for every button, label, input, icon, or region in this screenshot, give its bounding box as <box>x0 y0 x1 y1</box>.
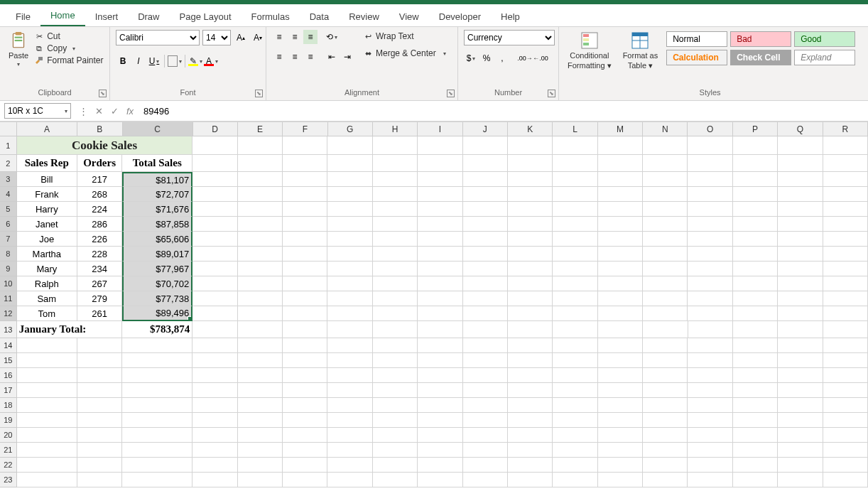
cell-D8[interactable] <box>192 247 237 262</box>
cell-C18[interactable] <box>122 398 192 413</box>
cell-J19[interactable] <box>463 413 508 428</box>
decrease-font-button[interactable]: A▾ <box>251 31 265 45</box>
cell-R10[interactable] <box>823 276 868 291</box>
cell-N14[interactable] <box>643 338 688 353</box>
cell-L7[interactable] <box>553 232 597 247</box>
cell-O18[interactable] <box>688 398 732 413</box>
cell-K21[interactable] <box>508 443 553 458</box>
cell-H15[interactable] <box>373 353 418 368</box>
confirm-formula-button[interactable]: ✓ <box>107 103 122 119</box>
cell-C16[interactable] <box>122 368 192 383</box>
cell-A9[interactable]: Mary <box>17 262 77 276</box>
cell-M12[interactable] <box>598 306 643 321</box>
cell-O16[interactable] <box>688 368 732 383</box>
cell-E12[interactable] <box>238 306 283 321</box>
column-header-C[interactable]: C <box>123 122 193 136</box>
cell-F20[interactable] <box>283 428 327 443</box>
cell-Q4[interactable] <box>778 187 823 202</box>
cell-M9[interactable] <box>598 262 643 276</box>
cell-A14[interactable] <box>17 338 77 353</box>
cell-I22[interactable] <box>418 458 462 473</box>
cell-M15[interactable] <box>598 353 643 368</box>
cell-N13[interactable] <box>643 321 688 338</box>
cell-J21[interactable] <box>463 443 508 458</box>
cell-M10[interactable] <box>598 276 643 291</box>
cell-J1[interactable] <box>463 136 508 155</box>
cell-R6[interactable] <box>823 217 868 232</box>
percent-format-button[interactable]: % <box>479 51 494 65</box>
cell-H23[interactable] <box>373 473 418 487</box>
cell-P12[interactable] <box>733 306 778 321</box>
formula-input[interactable] <box>138 103 868 119</box>
row-header-19[interactable]: 19 <box>0 413 17 428</box>
cell-P16[interactable] <box>733 368 778 383</box>
cell-H2[interactable] <box>373 155 418 172</box>
cell-J7[interactable] <box>463 232 508 247</box>
cell-H22[interactable] <box>373 458 418 473</box>
cell-P8[interactable] <box>733 247 778 262</box>
cell-G6[interactable] <box>327 217 372 232</box>
increase-font-button[interactable]: A▴ <box>234 31 248 45</box>
cell-B8[interactable]: 228 <box>77 247 122 262</box>
cell-F2[interactable] <box>283 155 327 172</box>
cell-A13[interactable]: January Total: <box>17 321 122 338</box>
cell-F7[interactable] <box>283 232 327 247</box>
row-header-2[interactable]: 2 <box>0 155 17 172</box>
cell-F3[interactable] <box>283 172 327 187</box>
cell-Q7[interactable] <box>778 232 823 247</box>
cell-G7[interactable] <box>327 232 372 247</box>
cell-K6[interactable] <box>508 217 553 232</box>
column-header-N[interactable]: N <box>643 122 688 136</box>
cell-M22[interactable] <box>598 458 643 473</box>
cell-Q12[interactable] <box>778 306 823 321</box>
align-top-button[interactable]: ≡ <box>272 30 286 44</box>
cell-D15[interactable] <box>192 353 237 368</box>
cell-N3[interactable] <box>643 172 688 187</box>
cell-P21[interactable] <box>733 443 778 458</box>
cell-B4[interactable]: 268 <box>77 187 122 202</box>
fill-color-button[interactable]: ✎ <box>188 54 202 68</box>
row-header-22[interactable]: 22 <box>0 458 17 473</box>
cell-I12[interactable] <box>418 306 462 321</box>
cell-R13[interactable] <box>823 321 868 338</box>
cell-D2[interactable] <box>192 155 237 172</box>
cell-B19[interactable] <box>77 413 122 428</box>
cell-B15[interactable] <box>77 353 122 368</box>
row-header-16[interactable]: 16 <box>0 368 17 383</box>
cell-R1[interactable] <box>823 136 868 155</box>
cell-P9[interactable] <box>733 262 778 276</box>
cell-I1[interactable] <box>418 136 462 155</box>
cell-I5[interactable] <box>418 202 462 217</box>
cell-B10[interactable]: 267 <box>77 276 122 291</box>
tab-insert[interactable]: Insert <box>85 7 129 26</box>
cell-D21[interactable] <box>192 443 237 458</box>
cell-J3[interactable] <box>463 172 508 187</box>
cell-H8[interactable] <box>373 247 418 262</box>
cell-E3[interactable] <box>238 172 283 187</box>
cell-L2[interactable] <box>553 155 597 172</box>
row-header-21[interactable]: 21 <box>0 443 17 458</box>
cell-E14[interactable] <box>238 338 283 353</box>
cell-P6[interactable] <box>733 217 778 232</box>
cell-C8[interactable]: $89,017 <box>122 247 192 262</box>
cell-C7[interactable]: $65,606 <box>122 232 192 247</box>
cell-I18[interactable] <box>418 398 462 413</box>
row-header-17[interactable]: 17 <box>0 383 17 398</box>
cell-F19[interactable] <box>283 413 327 428</box>
cell-style-bad[interactable]: Bad <box>730 31 791 47</box>
cell-G14[interactable] <box>327 338 372 353</box>
cell-I17[interactable] <box>418 383 462 398</box>
cell-A16[interactable] <box>17 368 77 383</box>
cell-K9[interactable] <box>508 262 553 276</box>
borders-button[interactable] <box>168 54 182 68</box>
cell-Q18[interactable] <box>778 398 823 413</box>
cell-K18[interactable] <box>508 398 553 413</box>
cell-Q20[interactable] <box>778 428 823 443</box>
cell-P10[interactable] <box>733 276 778 291</box>
cell-G2[interactable] <box>327 155 372 172</box>
orientation-button[interactable]: ⟲ <box>325 30 339 44</box>
cell-R5[interactable] <box>823 202 868 217</box>
cell-K15[interactable] <box>508 353 553 368</box>
cell-A23[interactable] <box>17 473 77 487</box>
cell-R19[interactable] <box>823 413 868 428</box>
